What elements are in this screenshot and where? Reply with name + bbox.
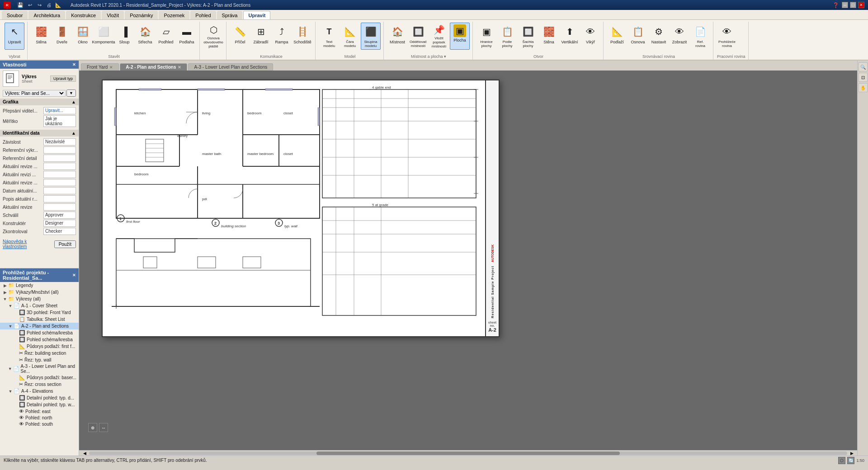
scroll-right-btn[interactable]: ▶ bbox=[847, 451, 856, 456]
osnova-button[interactable]: ⬡ Osnova obvodového pláště bbox=[203, 23, 223, 50]
stena-otvor-button[interactable]: 🧱 Stěna bbox=[539, 23, 559, 50]
tab-front-yard[interactable]: Front Yard ✕ bbox=[81, 63, 119, 70]
apply-button[interactable]: Použít bbox=[54, 240, 76, 248]
stena-button[interactable]: 🧱 Stěna bbox=[31, 23, 51, 50]
save-button[interactable]: 💾 bbox=[16, 1, 24, 9]
nav-pan[interactable]: ↔ bbox=[99, 423, 108, 432]
tree-detail-w[interactable]: 🔲 Detailní pohled: typ. w... bbox=[0, 401, 79, 408]
tree-legendy[interactable]: ▶ 📁 Legendy bbox=[0, 282, 79, 289]
podle-plochy-button[interactable]: 📋 Podle plochy bbox=[497, 23, 517, 50]
tree-3d-front[interactable]: 🔲 3D pohled: Front Yard bbox=[0, 309, 79, 316]
prepsat-value[interactable]: Upravit... bbox=[43, 107, 76, 114]
tree-vykazy[interactable]: ▶ 📁 Výkazy/Množství (all) bbox=[0, 289, 79, 296]
view-cube-button[interactable]: ⬡ bbox=[838, 457, 845, 464]
plocha-button[interactable]: ▣ Plocha bbox=[450, 23, 470, 50]
osnova-srov-button[interactable]: 📋 Osnova bbox=[628, 23, 648, 50]
tree-vykresy[interactable]: ▼ 📁 Výkresy (all) bbox=[0, 296, 79, 302]
tree-pohled-east[interactable]: 👁 Pohled: east bbox=[0, 408, 79, 414]
tree-rez-cross[interactable]: ✂ Řez: cross section bbox=[0, 381, 79, 388]
text-modelu-button[interactable]: T Text modelu bbox=[319, 23, 339, 50]
tab-a2-plan[interactable]: A-2 - Plan and Sections ✕ bbox=[120, 63, 187, 70]
sloup-button[interactable]: ▐ Sloup bbox=[114, 23, 134, 50]
close-front-yard[interactable]: ✕ bbox=[109, 65, 113, 70]
tab-vlozit[interactable]: Vložit bbox=[102, 11, 124, 19]
tree-pohled-north[interactable]: 👁 Pohled: north bbox=[0, 414, 79, 421]
tab-pohled[interactable]: Pohled bbox=[190, 11, 216, 19]
dvere-button[interactable]: 🚪 Dveře bbox=[52, 23, 72, 50]
maximize-button[interactable]: □ bbox=[850, 2, 856, 8]
hranice-button[interactable]: ▣ Hranice plochy bbox=[476, 23, 496, 50]
rampa-button[interactable]: ⤴ Rampa bbox=[272, 23, 292, 50]
vikyr-button[interactable]: 👁 Vikýř bbox=[580, 23, 600, 50]
meritko-value[interactable]: Jak je ukázáno bbox=[43, 115, 76, 127]
prohlizece-rovina-button[interactable]: 👁 Prohlížeče rovina bbox=[717, 23, 737, 50]
podlaha-button[interactable]: ▬ Podlaha bbox=[177, 23, 197, 50]
apply-view-button[interactable]: ▼ bbox=[66, 89, 76, 97]
pricel-button[interactable]: 📏 Příčel bbox=[230, 23, 250, 50]
sync-button[interactable]: 🔄 bbox=[847, 457, 854, 464]
ref-rovina-button[interactable]: 📄 Ref. rovina bbox=[690, 23, 710, 50]
skupina-modelu-button[interactable]: ⬛ Skupina modelu bbox=[361, 23, 381, 50]
vertikalni-icon: ⬆ bbox=[562, 24, 577, 39]
help-link[interactable]: Nápověda k vlastnostem bbox=[3, 239, 51, 249]
tree-a1[interactable]: ▼ 📄 A-1 - Cover Sheet bbox=[0, 302, 79, 309]
sachta-button[interactable]: 🔲 Šachta plochy bbox=[518, 23, 538, 50]
tree-sheet-list[interactable]: 📋 Tabulka: Sheet List bbox=[0, 316, 79, 323]
podhled-button[interactable]: ▱ Podhled bbox=[156, 23, 176, 50]
okno-button[interactable]: 🪟 Okno bbox=[73, 23, 93, 50]
canvas-container[interactable]: kitchen bedroom living master bath pdl b… bbox=[79, 70, 857, 450]
tree-pohled-south[interactable]: 👁 Pohled: south bbox=[0, 421, 79, 427]
redo-button[interactable]: ↪ bbox=[35, 1, 43, 9]
properties-close[interactable]: ✕ bbox=[72, 62, 76, 67]
tree-schema1[interactable]: 🔲 Pohled schéma/kresba bbox=[0, 329, 79, 336]
minimize-button[interactable]: ─ bbox=[842, 2, 848, 8]
zabradli-button[interactable]: ⊞ Zábradlí bbox=[251, 23, 271, 50]
measure-button[interactable]: 📐 bbox=[54, 1, 62, 9]
oddelovac-button[interactable]: 🔲 Oddělovač místností bbox=[408, 23, 428, 50]
nastavit-button[interactable]: ⚙ Nastavit bbox=[649, 23, 669, 50]
tree-pudorys-baser[interactable]: 📐 Půdorys podlaží: baser... bbox=[0, 374, 79, 381]
tree-pudorys-first[interactable]: 📐 Půdorys podlaží: first f... bbox=[0, 343, 79, 350]
tab-soubor[interactable]: Soubor bbox=[2, 11, 28, 19]
view-selector[interactable]: Výkres: Plan and Se... bbox=[3, 90, 66, 97]
help-button[interactable]: ❓ bbox=[832, 1, 840, 9]
vlozit-popisek-button[interactable]: 📌 Vložit popisek místností bbox=[429, 23, 449, 50]
close-a2-plan[interactable]: ✕ bbox=[178, 65, 181, 70]
pan-button[interactable]: ✋ bbox=[859, 83, 868, 92]
edit-type-button[interactable]: Upravit typ bbox=[50, 75, 76, 82]
tree-detail-d[interactable]: 🔲 Detailní pohled: typ. d... bbox=[0, 395, 79, 401]
print-button[interactable]: 🖨 bbox=[45, 1, 53, 9]
tab-a3-lower[interactable]: A-3 - Lower Level Plan and Sections bbox=[188, 63, 273, 70]
tab-konstrukce[interactable]: Konstrukce bbox=[66, 11, 101, 19]
tree-a3[interactable]: ▼ 📄 A-3 - Lower Level Plan and Se... bbox=[0, 363, 79, 374]
scroll-thumb[interactable] bbox=[316, 451, 620, 455]
identdata-section: ZávislostNezávislé Referenční výkr... Re… bbox=[0, 136, 79, 238]
mistnost-button[interactable]: 🏠 Místnost bbox=[387, 23, 407, 50]
horizontal-scrollbar[interactable]: ◀ ▶ bbox=[79, 450, 857, 456]
cara-modelu-button[interactable]: 📐 Čára modelu bbox=[340, 23, 360, 50]
tree-a4[interactable]: ▼ 📄 A-4 - Elevations bbox=[0, 388, 79, 395]
tree-rez-building[interactable]: ✂ Řez: building section bbox=[0, 350, 79, 357]
project-browser-close[interactable]: ✕ bbox=[72, 273, 76, 277]
tree-rez-wall[interactable]: ✂ Řez: typ. wall bbox=[0, 357, 79, 363]
komponenta-button[interactable]: ⬜ Komponenta bbox=[94, 23, 113, 50]
zoom-region-button[interactable]: 🔍 bbox=[859, 62, 868, 71]
tab-architektura[interactable]: Architektura bbox=[28, 11, 65, 19]
tab-upravit[interactable]: Upravit bbox=[243, 11, 270, 19]
tree-a2[interactable]: ▼ 📄 A-2 - Plan and Sections bbox=[0, 323, 79, 329]
zobrazit-button[interactable]: 👁 Zobrazit bbox=[670, 23, 689, 50]
tree-schema2[interactable]: 🔲 Pohled schéma/kresba bbox=[0, 336, 79, 343]
schodiste-button[interactable]: 🪜 Schodiště bbox=[292, 23, 312, 50]
zoom-fit-button[interactable]: ⊡ bbox=[859, 73, 868, 82]
strecha-button[interactable]: 🏠 Střecha bbox=[135, 23, 155, 50]
tab-sprava[interactable]: Správa bbox=[217, 11, 243, 19]
tab-pozemek[interactable]: Pozemek bbox=[159, 11, 189, 19]
close-button[interactable]: ✕ bbox=[858, 2, 864, 8]
undo-button[interactable]: ↩ bbox=[26, 1, 34, 9]
vertikalni-button[interactable]: ⬆ Vertikální bbox=[560, 23, 580, 50]
tab-poznamky[interactable]: Poznámky bbox=[125, 11, 158, 19]
upravit-button[interactable]: ↖ Upravit bbox=[5, 23, 24, 50]
podlazi-button[interactable]: 📐 Podlaží bbox=[607, 23, 627, 50]
nav-wheel[interactable]: ⊕ bbox=[88, 423, 97, 432]
scroll-left-btn[interactable]: ◀ bbox=[80, 451, 89, 456]
